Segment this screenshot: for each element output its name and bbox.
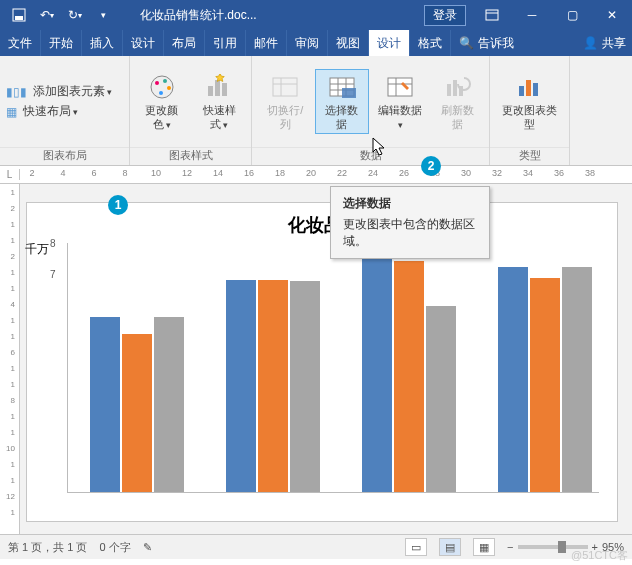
vruler-tick: 1 <box>11 460 15 469</box>
ruler-tick: 8 <box>122 168 127 178</box>
vruler-tick: 1 <box>11 188 15 197</box>
switch-icon <box>268 72 302 102</box>
bar <box>362 256 392 492</box>
ruler-tick: 6 <box>91 168 96 178</box>
change-colors-label: 更改颜色 <box>142 104 182 130</box>
svg-rect-1 <box>15 16 23 20</box>
tab-insert[interactable]: 插入 <box>82 30 123 56</box>
vruler-tick: 12 <box>6 492 15 501</box>
chart-object[interactable]: 化妆品± 千万 78 <box>26 202 618 522</box>
svg-rect-28 <box>526 80 531 96</box>
vruler-tick: 10 <box>6 444 15 453</box>
page-indicator[interactable]: 第 1 页，共 1 页 <box>8 540 87 555</box>
watermark: @51CTC客 <box>571 548 628 563</box>
select-data-button[interactable]: 选择数据 <box>315 69 369 133</box>
status-bar: 第 1 页，共 1 页 0 个字 ✎ ▭ ▤ ▦ − + 95% <box>0 534 632 559</box>
vruler-tick: 6 <box>11 348 15 357</box>
share-button[interactable]: 👤 共享 <box>577 30 632 56</box>
edit-data-button[interactable]: 编辑数据 <box>371 70 429 132</box>
print-layout-button[interactable]: ▤ <box>439 538 461 556</box>
ribbon: ▮▯▮添加图表元素 ▦快速布局 图表布局 更改颜色 快速样式 图表样式 切换行/… <box>0 56 632 166</box>
quick-layout-label: 快速布局 <box>23 103 78 120</box>
tell-me-label: 告诉我 <box>478 35 514 52</box>
bar <box>562 267 592 492</box>
horizontal-ruler: L 2468101214161820222426283032343638 <box>0 166 632 184</box>
word-count[interactable]: 0 个字 <box>99 540 130 555</box>
tab-home[interactable]: 开始 <box>41 30 82 56</box>
redo-icon[interactable]: ↻▾ <box>62 2 88 28</box>
read-mode-button[interactable]: ▭ <box>405 538 427 556</box>
select-data-label: 选择数据 <box>322 104 362 130</box>
vruler-tick: 1 <box>11 412 15 421</box>
ruler-tick: 12 <box>182 168 192 178</box>
chart-type-icon <box>513 72 547 102</box>
close-icon[interactable]: ✕ <box>592 2 632 28</box>
bar <box>498 267 528 492</box>
mouse-cursor-icon <box>372 137 388 157</box>
tab-review[interactable]: 审阅 <box>287 30 328 56</box>
ruler-tick: 4 <box>60 168 65 178</box>
bar <box>226 280 256 493</box>
quick-layout-button[interactable]: ▦快速布局 <box>6 103 112 120</box>
vruler-tick: 1 <box>11 332 15 341</box>
change-chart-type-label: 更改图表类型 <box>502 104 557 130</box>
tab-file[interactable]: 文件 <box>0 30 41 56</box>
ribbon-options-icon[interactable] <box>472 2 512 28</box>
ruler-tick: 24 <box>368 168 378 178</box>
title-bar: ↶▾ ↻▾ ▾ 化妆品销售统计.doc... 登录 ─ ▢ ✕ <box>0 0 632 30</box>
quick-style-button[interactable]: 快速样式 <box>194 70 246 132</box>
ruler-tick: 32 <box>492 168 502 178</box>
svg-rect-25 <box>453 80 457 96</box>
tab-mailings[interactable]: 邮件 <box>246 30 287 56</box>
tab-references[interactable]: 引用 <box>205 30 246 56</box>
add-chart-element-label: 添加图表元素 <box>33 83 112 100</box>
vruler-tick: 1 <box>11 220 15 229</box>
proofing-icon[interactable]: ✎ <box>143 541 152 554</box>
tooltip-title: 选择数据 <box>343 195 477 212</box>
svg-rect-29 <box>533 83 538 96</box>
tell-me-search[interactable]: 🔍 告诉我 <box>453 30 520 56</box>
change-colors-button[interactable]: 更改颜色 <box>136 70 188 132</box>
group-chart-styles: 图表样式 <box>130 147 251 165</box>
save-icon[interactable] <box>6 2 32 28</box>
ruler-tick: 30 <box>461 168 471 178</box>
maximize-icon[interactable]: ▢ <box>552 2 592 28</box>
ruler-tick: 38 <box>585 168 595 178</box>
zoom-out-button[interactable]: − <box>507 541 513 553</box>
change-chart-type-button[interactable]: 更改图表类型 <box>496 70 563 132</box>
y-tick: 7 <box>50 269 56 280</box>
add-chart-element-button[interactable]: ▮▯▮添加图表元素 <box>6 83 112 100</box>
tab-view[interactable]: 视图 <box>328 30 369 56</box>
vruler-tick: 1 <box>11 364 15 373</box>
login-button[interactable]: 登录 <box>424 5 466 26</box>
svg-rect-20 <box>342 88 356 98</box>
bar-chart-icon: ▮▯▮ <box>6 85 27 99</box>
select-data-icon <box>325 72 359 102</box>
ruler-tick: 36 <box>554 168 564 178</box>
chart-plot-area: 78 <box>67 243 599 493</box>
annotation-badge-1: 1 <box>108 195 128 215</box>
bar <box>258 280 288 493</box>
group-type: 类型 <box>490 147 569 165</box>
web-layout-button[interactable]: ▦ <box>473 538 495 556</box>
qat-more-icon[interactable]: ▾ <box>90 2 116 28</box>
vruler-tick: 1 <box>11 284 15 293</box>
svg-point-7 <box>167 86 171 90</box>
vruler-tick: 1 <box>11 508 15 517</box>
svg-rect-12 <box>273 78 297 96</box>
undo-icon[interactable]: ↶▾ <box>34 2 60 28</box>
tab-format[interactable]: 格式 <box>410 30 451 56</box>
ruler-tick: 20 <box>306 168 316 178</box>
svg-rect-10 <box>215 80 220 96</box>
vruler-tick: 1 <box>11 380 15 389</box>
tab-chart-design[interactable]: 设计 <box>369 30 410 56</box>
tab-layout[interactable]: 布局 <box>164 30 205 56</box>
vruler-tick: 1 <box>11 476 15 485</box>
minimize-icon[interactable]: ─ <box>512 2 552 28</box>
bar-group <box>90 317 184 492</box>
edit-data-label: 编辑数据 <box>377 104 423 130</box>
vruler-tick: 8 <box>11 396 15 405</box>
edit-data-icon <box>383 72 417 102</box>
svg-point-6 <box>163 79 167 83</box>
tab-design[interactable]: 设计 <box>123 30 164 56</box>
